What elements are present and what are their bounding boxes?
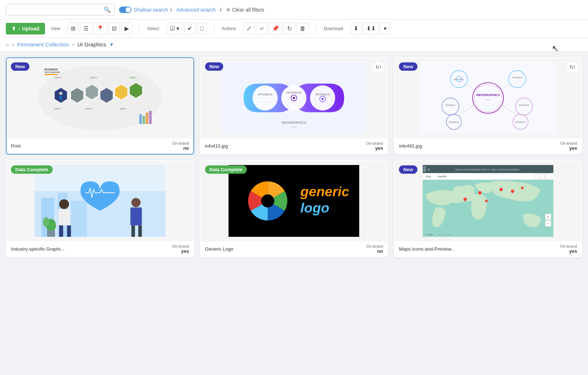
- download-button[interactable]: ⬇: [350, 22, 362, 34]
- separator-3: [316, 24, 317, 34]
- card-3-onbrand-label: On-brand: [560, 141, 577, 145]
- svg-point-110: [485, 199, 488, 202]
- card-1[interactable]: New BUSINESS INFOGRAPHIC STEP 2 STEP 4 S…: [6, 57, 194, 154]
- card-2-image: New ↻! OPTIONS 01: [201, 58, 388, 138]
- svg-text:👤: 👤: [59, 95, 63, 100]
- actions-group: ⤢ ⤶ 📌 ↻ 🗑: [243, 22, 309, 34]
- view-columns-button[interactable]: ⊟: [109, 22, 120, 34]
- breadcrumb: ⌂ » Permanent Collection » UI Graphics ▼: [0, 38, 588, 51]
- card-3-footer: info492.jpg On-brand yes: [395, 138, 581, 154]
- breadcrumb-current: UI Graphics: [77, 41, 106, 48]
- shallow-search-toggle-container: Shallow search ℹ: [119, 7, 172, 13]
- card-6[interactable]: New ☰ Show controls Dashboard Tools ▼ He…: [394, 160, 582, 257]
- svg-text:generic: generic: [300, 184, 349, 199]
- svg-text:OPTIONS 01: OPTIONS 01: [454, 79, 464, 81]
- svg-text:STEP 4: STEP 4: [90, 77, 97, 79]
- card-1-footer: Print On-brand no: [7, 138, 193, 154]
- card-2-onbrand-label: On-brand: [366, 141, 383, 145]
- card-1-title: Print: [11, 143, 21, 149]
- card-3[interactable]: New ↻! INFOGRAPHICS • • • • • OPTIONS 01…: [394, 57, 582, 154]
- card-6-svg: ☰ Show controls Dashboard Tools ▼ Help ▼…: [404, 165, 572, 237]
- view-grid-button[interactable]: ⊞: [68, 22, 79, 34]
- pin-button[interactable]: 📌: [269, 22, 282, 34]
- card-3-action-button[interactable]: ↻!: [567, 62, 578, 73]
- download-alt-button[interactable]: ⬇⬇: [363, 22, 379, 34]
- separator-1: [139, 24, 140, 34]
- search-input[interactable]: [6, 5, 100, 15]
- svg-rect-79: [138, 226, 142, 237]
- svg-point-14: [59, 92, 62, 95]
- svg-text:Show controls  Dashboard  Tool: Show controls Dashboard Tools ▼ Help ▼ D…: [456, 168, 520, 171]
- card-2[interactable]: New ↻! OPTIONS 01: [200, 57, 388, 154]
- search-button[interactable]: 🔍: [100, 4, 114, 15]
- svg-text:+: +: [547, 215, 549, 219]
- svg-point-41: [322, 98, 324, 100]
- card-2-svg: OPTIONS 01 ············ — — — — — OPTION…: [210, 62, 378, 134]
- card-5-onbrand-value: no: [366, 248, 383, 254]
- share-button[interactable]: ⤶: [256, 22, 267, 34]
- svg-rect-4: [44, 74, 57, 75]
- svg-text:−: −: [547, 221, 549, 226]
- svg-text:Map data ©2023: Map data ©2023: [439, 234, 452, 236]
- card-4-onbrand-label: On-brand: [172, 244, 189, 248]
- svg-text:Satellite: Satellite: [437, 175, 447, 178]
- search-wrapper: 🔍: [6, 4, 115, 16]
- svg-rect-90: [423, 166, 426, 172]
- advanced-search-info-icon[interactable]: ℹ: [220, 7, 222, 12]
- card-5[interactable]: Data Complete generic logo Generic Logo: [200, 160, 388, 257]
- shallow-search-info-icon[interactable]: ℹ: [170, 7, 172, 12]
- home-icon[interactable]: ⌂: [6, 42, 9, 48]
- card-3-meta: On-brand yes: [560, 141, 577, 151]
- svg-text:OPTIONS 02: OPTIONS 02: [445, 104, 456, 106]
- expand-button[interactable]: ⤢: [243, 22, 254, 34]
- card-4-image: Data Complete: [7, 161, 193, 241]
- view-group: ⊞ ☰ 📍 ⊟ ▶: [68, 22, 132, 34]
- select-check-button[interactable]: ✔: [184, 22, 195, 34]
- select-square-button[interactable]: □: [197, 23, 207, 34]
- svg-point-76: [131, 198, 140, 207]
- asset-grid: New BUSINESS INFOGRAPHIC STEP 2 STEP 4 S…: [0, 51, 588, 263]
- select-group: ☑ ▾ ✔ □: [167, 22, 207, 34]
- breadcrumb-dropdown-icon[interactable]: ▼: [109, 42, 114, 48]
- svg-point-109: [521, 186, 524, 189]
- svg-text:OPTIONS 03: OPTIONS 03: [449, 121, 459, 123]
- card-5-onbrand-label: On-brand: [366, 244, 383, 248]
- card-6-onbrand-label: On-brand: [560, 244, 577, 248]
- svg-rect-83: [47, 230, 55, 237]
- card-3-title: info492.jpg: [399, 143, 422, 149]
- svg-rect-77: [130, 207, 142, 226]
- card-5-svg: generic logo: [210, 165, 378, 237]
- svg-rect-70: [70, 201, 87, 237]
- svg-text:STEP 6: STEP 6: [129, 77, 136, 79]
- breadcrumb-collection[interactable]: Permanent Collection: [17, 41, 69, 48]
- view-map-button[interactable]: 📍: [93, 22, 107, 34]
- toolbar: ⬆ ↑ Upload View ⊞ ☰ 📍 ⊟ ▶ Select ☑ ▾ ✔ □…: [0, 20, 588, 38]
- card-2-action-button[interactable]: ↻!: [373, 62, 384, 73]
- clear-filters-label: Clear all filters: [232, 7, 264, 13]
- clear-filters-button[interactable]: ✕ Clear all filters: [226, 7, 264, 13]
- select-all-button[interactable]: ☑ ▾: [167, 22, 183, 34]
- card-4[interactable]: Data Complete: [6, 160, 194, 257]
- shallow-search-label[interactable]: Shallow search: [134, 7, 168, 13]
- refresh-button[interactable]: ↻: [284, 22, 295, 34]
- upload-button[interactable]: ⬆ ↑ Upload: [6, 23, 45, 34]
- view-play-button[interactable]: ▶: [121, 22, 132, 34]
- svg-text:OPTIONS 02: OPTIONS 02: [287, 91, 302, 94]
- delete-button[interactable]: 🗑: [297, 23, 309, 34]
- svg-text:• • •: • • •: [292, 125, 297, 128]
- card-3-svg: INFOGRAPHICS • • • • • OPTIONS 01 OPTION…: [404, 62, 572, 134]
- svg-text:OPTIONS 06: OPTIONS 06: [515, 121, 526, 123]
- advanced-search-label[interactable]: Advanced search: [176, 7, 216, 13]
- card-4-meta: On-brand yes: [172, 244, 189, 254]
- card-1-onbrand-value: no: [172, 145, 189, 151]
- svg-point-71: [59, 199, 69, 209]
- card-3-badge: New: [399, 62, 417, 71]
- view-list-button[interactable]: ☰: [80, 22, 92, 34]
- card-1-svg: BUSINESS INFOGRAPHIC STEP 2 STEP 4 STEP …: [16, 62, 184, 134]
- download-dropdown-button[interactable]: ▾: [380, 22, 390, 34]
- shallow-search-toggle[interactable]: [119, 7, 131, 13]
- upload-icon: ⬆: [12, 26, 16, 32]
- view-label: View: [51, 26, 60, 31]
- card-6-footer: Maps-Icons-and-Preview... On-brand yes: [395, 241, 581, 257]
- svg-text:OPTIONS 01: OPTIONS 01: [258, 93, 273, 96]
